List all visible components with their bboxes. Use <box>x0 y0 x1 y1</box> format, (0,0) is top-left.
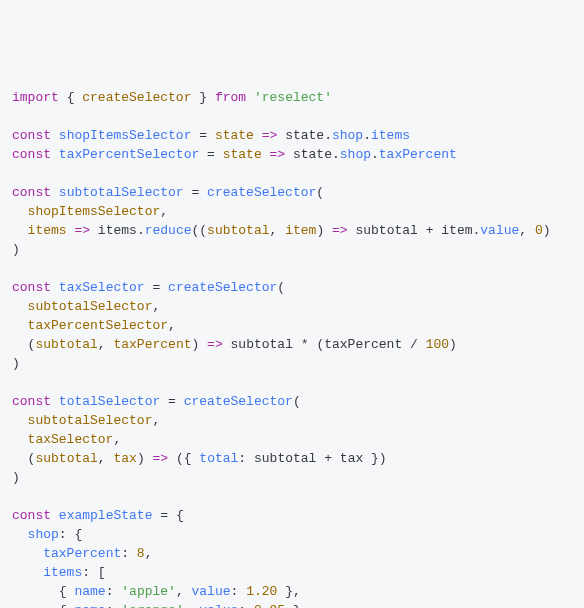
paren-close: ) <box>449 337 457 352</box>
slash: / <box>410 337 418 352</box>
literal-8: 8 <box>137 546 145 561</box>
param-subtotal: subtotal <box>35 337 97 352</box>
colon: : <box>59 527 67 542</box>
eq: = <box>199 128 207 143</box>
dot: . <box>137 223 145 238</box>
keyword-const: const <box>12 508 51 523</box>
keyword-const: const <box>12 280 51 295</box>
param-item: item <box>285 223 316 238</box>
comma: , <box>98 337 106 352</box>
brace-open: { <box>74 527 82 542</box>
var-shop-items-selector: shopItemsSelector <box>59 128 192 143</box>
item-ref: item <box>441 223 472 238</box>
colon: : <box>121 546 129 561</box>
colon: : <box>82 565 90 580</box>
brace-close: } <box>293 603 301 608</box>
comma: , <box>270 223 278 238</box>
comma: , <box>152 299 160 314</box>
paren-open-2: (( <box>192 223 208 238</box>
paren-close: ) <box>137 451 145 466</box>
comma: , <box>98 451 106 466</box>
fn-create-selector: createSelector <box>207 185 316 200</box>
paren-close: ) <box>12 356 20 371</box>
prop-items: items <box>371 128 410 143</box>
param-items: items <box>28 223 67 238</box>
colon: : <box>238 451 246 466</box>
literal-0-95: 0.95 <box>254 603 285 608</box>
eq: = <box>191 185 199 200</box>
dot: . <box>324 128 332 143</box>
module-name: 'reselect' <box>254 90 332 105</box>
comma: , <box>184 603 192 608</box>
literal-apple: 'apple' <box>121 584 176 599</box>
prop-shop: shop <box>340 147 371 162</box>
keyword-from: from <box>215 90 246 105</box>
paren-close: ) <box>316 223 324 238</box>
brace-close-comma: }, <box>285 584 301 599</box>
var-example-state: exampleState <box>59 508 153 523</box>
state-ref: state <box>285 128 324 143</box>
literal-orange: 'orange' <box>121 603 183 608</box>
fn-create-selector: createSelector <box>168 280 277 295</box>
comma: , <box>176 584 184 599</box>
param-subtotal: subtotal <box>207 223 269 238</box>
prop-tax-percent: taxPercent <box>379 147 457 162</box>
comma: , <box>519 223 527 238</box>
subtotal-ref: subtotal <box>355 223 417 238</box>
paren-open: ( <box>316 185 324 200</box>
brace-open: { <box>176 508 184 523</box>
fn-reduce: reduce <box>145 223 192 238</box>
comma: , <box>168 318 176 333</box>
eq: = <box>152 280 160 295</box>
brace-close: } <box>199 90 207 105</box>
dot: . <box>371 147 379 162</box>
prop-value: value <box>199 603 238 608</box>
import-specifier: createSelector <box>82 90 191 105</box>
subtotal-ref: subtotal <box>254 451 316 466</box>
obj-open: ({ <box>176 451 192 466</box>
paren-close: ) <box>191 337 199 352</box>
keyword-const: const <box>12 147 51 162</box>
bracket-open: [ <box>98 565 106 580</box>
keyword-const: const <box>12 185 51 200</box>
literal-1-20: 1.20 <box>246 584 277 599</box>
paren-open: ( <box>293 394 301 409</box>
colon: : <box>106 584 114 599</box>
eq: = <box>168 394 176 409</box>
param-tax: tax <box>113 451 136 466</box>
colon: : <box>238 603 246 608</box>
var-total-selector: totalSelector <box>59 394 160 409</box>
prop-name: name <box>74 603 105 608</box>
plus: + <box>324 451 332 466</box>
arrow: => <box>332 223 348 238</box>
tax-percent-ref: taxPercent <box>324 337 402 352</box>
param-state: state <box>223 147 262 162</box>
prop-value: value <box>480 223 519 238</box>
code-block: import { createSelector } from 'reselect… <box>12 88 572 608</box>
plus: + <box>426 223 434 238</box>
colon: : <box>231 584 239 599</box>
literal-zero: 0 <box>535 223 543 238</box>
var-tax-percent-selector: taxPercentSelector <box>59 147 199 162</box>
obj-close: }) <box>371 451 387 466</box>
star: * <box>301 337 309 352</box>
arrow: => <box>207 337 223 352</box>
comma: , <box>160 204 168 219</box>
prop-shop: shop <box>332 128 363 143</box>
paren-close: ) <box>12 470 20 485</box>
state-ref: state <box>293 147 332 162</box>
paren-open: ( <box>277 280 285 295</box>
arg-shop-items-selector: shopItemsSelector <box>28 204 161 219</box>
eq: = <box>207 147 215 162</box>
arrow: => <box>74 223 90 238</box>
brace-open: { <box>59 603 67 608</box>
arg-tax-percent-selector: taxPercentSelector <box>28 318 168 333</box>
arg-subtotal-selector: subtotalSelector <box>28 413 153 428</box>
comma: , <box>145 546 153 561</box>
arg-subtotal-selector: subtotalSelector <box>28 299 153 314</box>
brace-open: { <box>59 584 67 599</box>
arrow: => <box>153 451 169 466</box>
arrow: => <box>270 147 286 162</box>
keyword-const: const <box>12 128 51 143</box>
arg-tax-selector: taxSelector <box>28 432 114 447</box>
